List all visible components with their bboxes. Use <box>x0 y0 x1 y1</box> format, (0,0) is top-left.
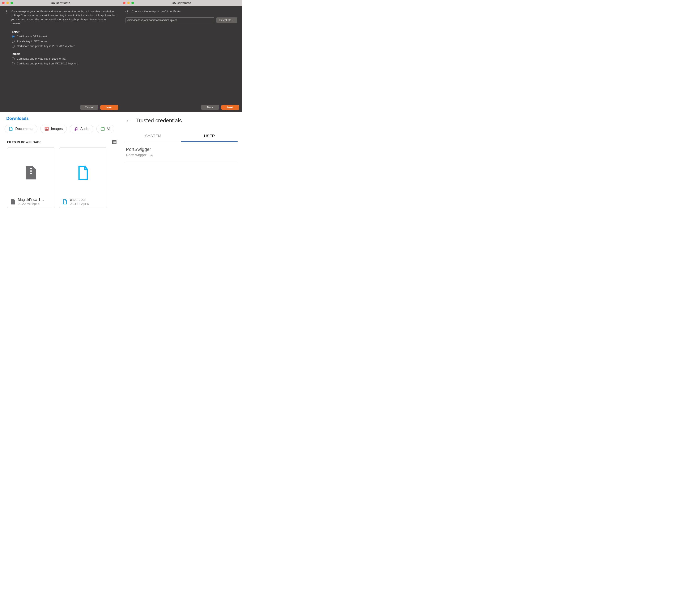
files-heading: FILES IN DOWNLOADS <box>7 140 42 144</box>
svg-point-1 <box>46 128 46 129</box>
intro-text: Choose a file to export the CA certifica… <box>132 10 181 14</box>
chip-videos[interactable]: Vi <box>96 125 114 133</box>
radio-export-pkcs12[interactable]: Certificate and private key in PKCS#12 k… <box>12 44 116 48</box>
image-icon <box>44 127 49 131</box>
radio-export-der-cert[interactable]: Certificate in DER format <box>12 35 116 38</box>
export-heading: Export <box>12 30 116 33</box>
file-icon <box>77 162 89 183</box>
radio-label: Certificate in DER format <box>17 35 47 38</box>
import-heading: Import <box>12 52 116 56</box>
radio-import-der[interactable]: Certificate and private key in DER forma… <box>12 57 116 60</box>
file-tile-magiskfrida[interactable]: MagiskFrida-1… 99.22 MB Apr 6 <box>7 147 55 208</box>
window-title: CA Certificate <box>0 1 121 5</box>
radio-icon <box>12 40 15 43</box>
chip-label: Audio <box>80 127 89 131</box>
svg-point-3 <box>76 129 77 130</box>
svg-rect-14 <box>13 202 13 202</box>
tab-user[interactable]: USER <box>181 131 238 142</box>
tab-system[interactable]: SYSTEM <box>125 131 181 142</box>
next-button[interactable]: Next <box>100 105 118 110</box>
radio-label: Certificate and private key in DER forma… <box>17 57 66 60</box>
back-button[interactable]: Back <box>201 105 219 110</box>
archive-icon <box>25 162 37 183</box>
radio-icon <box>12 57 15 60</box>
svg-rect-12 <box>13 200 13 200</box>
document-icon <box>8 127 13 131</box>
titlebar: CA Certificate <box>0 0 121 6</box>
svg-point-2 <box>75 130 76 131</box>
chip-documents[interactable]: Documents <box>5 125 37 133</box>
downloads-screen: Downloads Documents Images Audio Vi FILE… <box>0 112 121 218</box>
chip-label: Images <box>51 127 63 131</box>
chip-audio[interactable]: Audio <box>70 125 93 133</box>
audio-icon <box>74 127 78 131</box>
svg-rect-13 <box>13 201 13 201</box>
radio-import-pkcs12[interactable]: Certificate and private key from PKCS#12… <box>12 62 116 65</box>
svg-rect-4 <box>101 128 105 131</box>
titlebar: CA Certificate <box>121 0 242 6</box>
radio-icon <box>12 35 15 38</box>
help-icon[interactable]: ? <box>126 10 129 14</box>
next-button[interactable]: Next <box>221 105 239 110</box>
radio-icon <box>12 62 15 65</box>
radio-label: Certificate and private key in PKCS#12 k… <box>17 44 75 48</box>
svg-rect-10 <box>30 171 32 172</box>
credential-sub: PortSwigger CA <box>126 153 237 157</box>
credential-name: PortSwigger <box>126 147 237 152</box>
svg-rect-5 <box>112 140 116 144</box>
radio-export-der-key[interactable]: Private key in DER format <box>12 40 116 43</box>
file-meta: 0.94 kB Apr 6 <box>70 202 89 205</box>
back-arrow-icon[interactable]: ← <box>126 118 131 124</box>
chip-label: Vi <box>107 127 110 131</box>
category-chips: Documents Images Audio Vi <box>5 125 118 133</box>
page-title: Trusted credentials <box>136 117 182 124</box>
trusted-credentials-screen: ← Trusted credentials SYSTEM USER PortSw… <box>121 112 242 218</box>
select-file-button[interactable]: Select file ... <box>216 17 237 23</box>
credential-item-portswigger[interactable]: PortSwigger PortSwigger CA <box>125 142 238 162</box>
svg-rect-11 <box>30 173 32 174</box>
archive-icon <box>10 198 16 205</box>
radio-label: Certificate and private key from PKCS#12… <box>17 62 78 65</box>
chip-label: Documents <box>15 127 34 131</box>
help-icon[interactable]: ? <box>5 10 8 14</box>
file-icon <box>62 198 68 205</box>
intro-text: You can export your certificate and key … <box>11 10 116 25</box>
export-path-input[interactable] <box>126 17 214 23</box>
file-meta: 99.22 MB Apr 6 <box>18 202 44 205</box>
list-view-icon[interactable] <box>112 140 117 144</box>
burp-choose-file-window: CA Certificate ? Choose a file to export… <box>121 0 242 112</box>
radio-label: Private key in DER format <box>17 40 48 43</box>
window-title: CA Certificate <box>121 1 242 5</box>
file-name: MagiskFrida-1… <box>18 198 44 202</box>
video-icon <box>100 127 105 131</box>
cancel-button[interactable]: Cancel <box>80 105 98 110</box>
file-tile-cacert[interactable]: cacert.cer 0.94 kB Apr 6 <box>59 147 107 208</box>
burp-export-window: CA Certificate ? You can export your cer… <box>0 0 121 112</box>
svg-rect-9 <box>30 168 32 169</box>
file-name: cacert.cer <box>70 198 89 202</box>
page-title: Downloads <box>6 116 118 121</box>
tabs: SYSTEM USER <box>125 131 238 142</box>
chip-images[interactable]: Images <box>40 125 67 133</box>
radio-icon <box>12 45 15 48</box>
